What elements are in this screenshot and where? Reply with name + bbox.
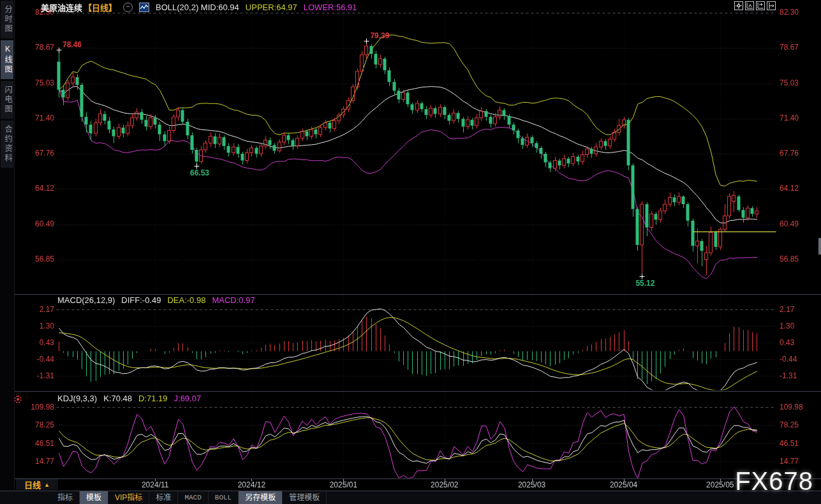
annotation-label: 78.46 <box>63 40 82 49</box>
tab-standard[interactable]: 标准 <box>149 491 178 504</box>
signal-dot-icon <box>14 396 22 403</box>
price-axis-label: 82.30 <box>780 8 799 17</box>
kdj-j-value: J:69.07 <box>174 394 202 403</box>
sidebar-item-flash-chart[interactable]: 闪电图 <box>1 81 13 119</box>
kdj-d-value: D:71.19 <box>138 394 168 403</box>
date-label: 2025/02 <box>431 480 458 489</box>
tab-boll[interactable]: BOLL <box>209 491 239 504</box>
price-axis-label: 64.12 <box>780 184 799 193</box>
tab-indicators[interactable]: 指标 <box>51 491 80 504</box>
price-axis-label: 60.49 <box>780 219 799 228</box>
boll-upper-label: UPPER:64.97 <box>246 3 297 12</box>
crosshair-icon[interactable] <box>734 1 743 10</box>
kdj-axis-label: 46.51 <box>780 439 799 448</box>
kdj-header: KDJ(9,3,3) K:70.48 D:71.19 J:69.07 <box>57 394 207 403</box>
date-label: 2025/04 <box>610 480 637 489</box>
price-axis-label: 75.03 <box>780 78 799 87</box>
macd-axis-label: 1.30 <box>780 322 794 330</box>
sidebar-item-contract-info[interactable]: 合约资料 <box>1 121 13 168</box>
macd-dea-value: DEA:-0.98 <box>167 295 205 305</box>
chart-type-sidebar: 分时图K线图闪电图合约资料 <box>0 0 15 504</box>
period-selector-label: 日线 <box>24 478 41 491</box>
kdj-axis-label: 14.77 <box>780 457 799 466</box>
macd-axis-label: 2.17 <box>780 305 794 314</box>
date-label: 2025/01 <box>330 480 357 489</box>
tab-templates[interactable]: 模板 <box>80 491 108 504</box>
bottom-tab-bar: 指标模板VIP指标标准MACDBOLL另存模板管理模板 <box>0 491 821 504</box>
macd-axis-label: 0.43 <box>780 338 794 347</box>
kdj-axis-label: 109.98 <box>780 403 803 411</box>
macd-title: MACD(26,12,9) <box>57 295 115 305</box>
price-axis-label: 71.40 <box>780 114 799 122</box>
watermark: FX678 <box>735 467 813 496</box>
annotation-label: 55.12 <box>635 279 655 288</box>
kdj-k-value: K:70.48 <box>103 394 132 403</box>
chevron-up-icon: ▲ <box>44 482 50 488</box>
macd-diff-value: DIFF:-0.49 <box>121 295 161 305</box>
sidebar-item-kline-chart[interactable]: K线图 <box>1 40 13 79</box>
date-label: 2024/11 <box>142 480 169 489</box>
symbol-title: 美原油连续 <box>41 1 82 13</box>
boll-indicator-icon <box>139 3 149 12</box>
tab-manage-templates[interactable]: 管理模板 <box>283 491 327 504</box>
kdj-axis-label: 78.25 <box>780 420 799 429</box>
date-label: 2025/03 <box>518 480 545 489</box>
date-label: 2025/05 <box>706 480 734 489</box>
tab-macd[interactable]: MACD <box>178 491 208 504</box>
period-selector[interactable]: 日线 ▲ <box>16 479 58 490</box>
tab-vip-indicators[interactable]: VIP指标 <box>108 491 149 504</box>
annotation-label: 79.39 <box>370 31 389 40</box>
main-chart-header: 美原油连续 【日线】 − BOLL(20,2) MID:60.94 UPPER:… <box>41 1 364 13</box>
kdj-title: KDJ(9,3,3) <box>57 394 97 403</box>
scrollbar-thumb[interactable] <box>818 238 821 255</box>
axis-zoom-out-icon[interactable] <box>756 1 765 10</box>
pan-right-icon[interactable] <box>767 1 776 10</box>
boll-lower-label: LOWER:56.91 <box>304 3 357 12</box>
sidebar-item-timeshare-chart[interactable]: 分时图 <box>1 1 13 38</box>
annotation-label: 66.53 <box>190 168 209 177</box>
price-axis-label: 67.76 <box>780 149 799 158</box>
tab-save-template[interactable]: 另存模板 <box>239 491 283 504</box>
boll-mid-label: BOLL(20,2) MID:60.94 <box>156 3 239 12</box>
price-axis-label: 78.67 <box>780 43 799 52</box>
date-label: 2024/12 <box>238 480 265 489</box>
collapse-icon[interactable]: − <box>123 3 133 12</box>
macd-header: MACD(26,12,9) DIFF:-0.49 DEA:-0.98 MACD:… <box>57 295 262 305</box>
chart-canvas[interactable] <box>0 0 821 504</box>
macd-axis-label: -1.31 <box>780 371 797 380</box>
period-badge: 【日线】 <box>84 1 117 13</box>
app-window: 分时图K线图闪电图合约资料 美原油连续 【日线】 − BOLL(20,2) MI… <box>0 0 821 504</box>
price-axis-label: 56.85 <box>780 255 799 263</box>
axis-zoom-in-icon[interactable] <box>745 1 754 10</box>
chart-toolbar <box>734 1 776 10</box>
macd-axis-label: -0.44 <box>780 355 797 364</box>
macd-bar-value: MACD:0.97 <box>212 295 255 305</box>
